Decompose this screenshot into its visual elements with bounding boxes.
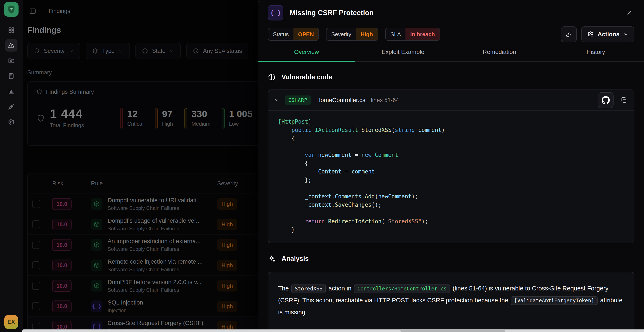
building-icon [8,73,15,80]
app-logo-shield-icon[interactable] [4,2,18,17]
badge-label: SLA [386,28,406,40]
rule-title: An improper restriction of externa... [108,238,200,245]
rule-title: DomPDF before version 2.0.0 is v... [108,279,202,285]
tab-remediation[interactable]: Remediation [451,49,548,61]
rule-category: Software Supply Chain Failures [108,287,202,293]
gear-icon [587,31,594,38]
stat-value: 330 [192,109,210,119]
sidebar-item-analytics[interactable] [5,85,18,98]
severity-badge: High [217,239,237,251]
row-checkbox[interactable] [32,220,40,228]
severity-badge: High [217,260,237,271]
topbar-divider [42,8,42,15]
status-badge: Status OPEN [268,28,319,41]
row-checkbox[interactable] [32,282,40,290]
column-header-risk[interactable]: Risk [45,180,84,187]
inline-code-chip: [ValidateAntiForgeryToken] [511,296,598,305]
code-line-range: lines 51-64 [371,97,399,104]
filter-state[interactable]: State [136,43,181,59]
badge-value: High [356,28,378,40]
sidebar-toggle-icon[interactable] [29,8,36,15]
severity-badge: Severity High [326,28,378,41]
shield-icon [36,114,45,123]
rule-title: Cross-Site Request Forgery (CSRF) [108,320,204,326]
sidebar: EX [0,0,23,332]
severity-badge: High [217,198,237,210]
copy-code-icon[interactable] [619,96,628,105]
severity-bar [120,108,123,129]
rule-category: Software Supply Chain Failures [108,246,200,252]
table-row[interactable]: 10.0 Remote code injection via remote ..… [28,255,275,275]
filter-type[interactable]: Type [86,43,130,59]
stat-label: Critical [127,121,143,127]
user-avatar[interactable]: EX [4,315,18,329]
close-icon[interactable] [625,9,634,17]
filter-sla[interactable]: Any SLA status [186,43,248,59]
sidebar-nav [5,24,18,128]
badge-label: Status [268,28,294,40]
risk-score-badge: 10.0 [52,198,72,210]
actions-button[interactable]: Actions [582,27,634,42]
risk-score-badge: 10.0 [52,280,72,292]
copy-link-button[interactable] [561,27,577,42]
grid-icon [8,27,15,34]
filter-label: State [152,48,166,54]
tab-history[interactable]: History [548,49,644,61]
code-block[interactable]: [HttpPost] public IActionResult StoredXS… [268,111,634,243]
severity-bar [184,108,187,129]
column-header-rule[interactable]: Rule [84,180,217,187]
total-findings-label: Total Findings [50,122,84,129]
rule-category: Software Supply Chain Failures [108,226,201,232]
row-checkbox[interactable] [32,302,40,310]
severity-bar [222,108,225,129]
risk-score-badge: 10.0 [52,239,72,251]
sidebar-item-integrations[interactable] [5,101,18,113]
row-checkbox[interactable] [32,241,40,249]
filter-bar: Severity Type State Any SLA status [27,43,276,59]
sidebar-item-scans[interactable] [5,55,18,67]
sparkles-icon [268,255,276,262]
table-row[interactable]: 10.0 DomPDF before version 2.0.0 is v...… [28,275,275,296]
folder-search-icon [8,57,15,64]
stat-low: 1 005 Low [222,108,252,129]
rule-category: Injection [108,307,143,313]
stat-label: High [162,121,173,127]
chart-icon [8,88,15,95]
table-row[interactable]: 10.0 Dompdf vulnerable to URI validati..… [28,193,275,214]
stat-value: 12 [127,109,143,119]
collapse-chevron-icon[interactable] [274,97,280,103]
filter-label: Type [102,48,115,54]
table-row[interactable]: 10.0 { } SQL Injection Injection High [28,296,275,316]
stat-label: Low [229,121,252,127]
table-row[interactable]: 10.0 Dompdf's usage of vulnerable ver...… [28,214,275,234]
sidebar-item-dashboard[interactable] [5,24,18,36]
table-row[interactable]: 10.0 An improper restriction of externa.… [28,234,275,255]
plug-icon [8,103,15,110]
severity-badge: High [217,301,237,312]
sidebar-item-settings[interactable] [5,116,18,128]
summary-stats: 1 444 Total Findings 12 Critical 97 High… [36,108,266,129]
scrollbar-thumb[interactable] [400,330,505,332]
sidebar-item-reports[interactable] [5,70,18,82]
stat-value: 97 [162,109,173,119]
brain-icon [268,73,276,81]
drawer-tabs: OverviewExploit ExampleRemediationHistor… [258,49,644,62]
badge-value: In breach [406,28,440,40]
horizontal-scrollbar[interactable] [22,329,644,332]
rule-category: Software Supply Chain Failures [108,267,203,272]
chevron-down-icon [68,48,74,54]
filter-severity[interactable]: Severity [27,43,80,59]
page-title: Findings [27,26,276,35]
github-button[interactable] [598,92,614,108]
row-checkbox[interactable] [32,261,40,269]
tab-exploit-example[interactable]: Exploit Example [355,49,451,61]
sidebar-item-findings[interactable] [5,39,18,52]
tab-overview[interactable]: Overview [258,49,355,61]
risk-score-badge: 10.0 [52,300,72,312]
package-icon [91,239,102,251]
chevron-down-icon [169,48,174,54]
row-checkbox[interactable] [32,200,40,208]
severity-stats: 12 Critical 97 High 330 Medium 1 005 Low [120,108,252,129]
stat-medium: 330 Medium [184,108,210,129]
total-findings-stat: 1 444 Total Findings [36,108,84,129]
